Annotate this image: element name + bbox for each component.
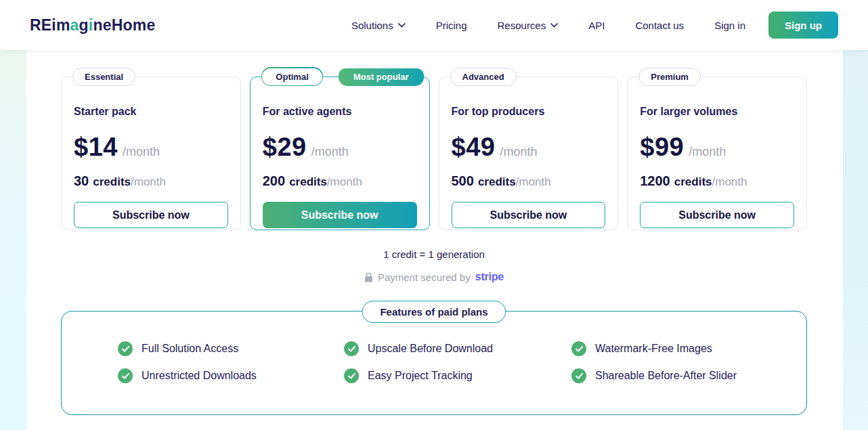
feature-label: Easy Project Tracking (368, 370, 473, 382)
plan-credits-amount: 500 (452, 173, 474, 189)
feature-item: Easy Project Tracking (344, 368, 571, 383)
plan-credits-label: credits (93, 175, 131, 189)
feature-label: Watermark-Free Images (595, 343, 712, 355)
subscribe-button[interactable]: Subscribe now (74, 202, 228, 228)
plan-price-row: $14 /month (74, 133, 228, 162)
check-icon (344, 341, 359, 356)
check-icon (118, 368, 133, 383)
logo-text: g (79, 16, 89, 34)
nav-sign-in[interactable]: Sign in (714, 20, 745, 31)
plan-description: For larger volumes (640, 106, 794, 118)
plan-credits-amount: 30 (74, 173, 89, 189)
plan-credits-amount: 1200 (640, 173, 670, 189)
plan-card-essential: Essential Starter pack $14 /month 30 cre… (61, 77, 241, 230)
main-nav: Solutions Pricing Resources API Contact … (351, 20, 745, 31)
plan-credits-period: /month (516, 175, 551, 189)
feature-label: Unrestricted Downloads (142, 370, 257, 382)
plan-credits-period: /month (131, 175, 166, 189)
logo-text: neHome (93, 16, 155, 34)
feature-item: Full Solution Access (118, 341, 344, 356)
nav-resources[interactable]: Resources (498, 20, 559, 31)
plan-credits-label: credits (674, 175, 712, 189)
plan-credits-period: /month (327, 175, 362, 189)
check-icon (571, 368, 586, 383)
plan-price-row: $49 /month (452, 133, 606, 162)
nav-api-label: API (588, 20, 605, 31)
feature-label: Full Solution Access (142, 343, 238, 355)
plan-badge: Premium (638, 68, 701, 86)
lock-icon (364, 272, 373, 282)
nav-solutions-label: Solutions (351, 20, 393, 31)
nav-resources-label: Resources (498, 20, 546, 31)
subscribe-button[interactable]: Subscribe now (640, 202, 794, 228)
nav-solutions[interactable]: Solutions (351, 20, 406, 31)
plan-credits-label: credits (289, 175, 327, 189)
check-icon (571, 341, 586, 356)
sign-up-button[interactable]: Sign up (768, 12, 838, 39)
plan-period: /month (311, 145, 349, 159)
logo[interactable]: REimagineHome (30, 16, 155, 35)
check-icon (344, 368, 359, 383)
plan-card-advanced: Advanced For top producers $49 /month 50… (439, 77, 619, 230)
plan-price: $14 (74, 133, 118, 162)
header: REimagineHome Solutions Pricing Resource… (0, 0, 868, 50)
feature-item: Upscale Before Download (344, 341, 571, 356)
plan-badge: Advanced (450, 68, 517, 86)
plan-price-row: $99 /month (640, 133, 794, 162)
nav-sign-in-label: Sign in (714, 20, 745, 31)
pricing-plans: Essential Starter pack $14 /month 30 cre… (61, 77, 807, 230)
plan-period: /month (500, 145, 537, 159)
plan-badge: Optimal (261, 67, 324, 86)
nav-api[interactable]: API (588, 20, 605, 31)
plan-description: For active agents (263, 106, 417, 118)
plan-period: /month (689, 145, 726, 159)
plan-credits-label: credits (478, 175, 516, 189)
plan-period: /month (123, 145, 160, 159)
plan-description: For top producers (452, 106, 606, 118)
subscribe-button[interactable]: Subscribe now (263, 202, 417, 228)
chevron-down-icon (550, 23, 558, 28)
feature-item: Shareable Before-After Slider (571, 368, 808, 383)
feature-item: Unrestricted Downloads (118, 368, 344, 383)
features-title-pill: Features of paid plans (362, 301, 506, 323)
chevron-down-icon (398, 23, 406, 28)
nav-pricing[interactable]: Pricing (436, 20, 467, 31)
plan-description: Starter pack (74, 106, 228, 118)
plan-credits-period: /month (712, 175, 747, 189)
nav-pricing-label: Pricing (436, 20, 467, 31)
plan-price: $49 (452, 133, 496, 162)
feature-label: Shareable Before-After Slider (595, 370, 737, 382)
subscribe-button[interactable]: Subscribe now (452, 202, 606, 228)
stripe-logo[interactable]: stripe (475, 271, 504, 283)
feature-item: Watermark-Free Images (571, 341, 808, 356)
credit-equivalence-note: 1 credit = 1 generation (0, 249, 868, 260)
nav-contact-us[interactable]: Contact us (635, 20, 684, 31)
left-background-band (0, 50, 26, 430)
plan-credits-row: 30 credits /month (74, 173, 228, 189)
features-section: Features of paid plans Full Solution Acc… (61, 311, 807, 415)
check-icon (118, 341, 133, 356)
plan-credits-row: 1200 credits /month (640, 173, 794, 189)
plan-price: $29 (263, 133, 307, 162)
right-background-band (843, 50, 868, 430)
payment-secured-label: Payment secured by (378, 272, 471, 283)
plan-card-optimal: Optimal Most popular For active agents $… (250, 77, 430, 230)
plan-price-row: $29 /month (263, 133, 417, 162)
most-popular-badge: Most popular (339, 68, 424, 86)
logo-text: REim (30, 16, 70, 34)
plan-credits-amount: 200 (263, 173, 285, 189)
plan-credits-row: 500 credits /month (452, 173, 606, 189)
plan-card-premium: Premium For larger volumes $99 /month 12… (627, 77, 807, 230)
nav-contact-us-label: Contact us (635, 20, 684, 31)
payment-secured-note: Payment secured by stripe (0, 271, 868, 283)
feature-label: Upscale Before Download (368, 343, 493, 355)
plan-badge: Essential (72, 68, 135, 86)
plan-credits-row: 200 credits /month (263, 173, 417, 189)
logo-accent-a: a (70, 16, 79, 34)
plan-price: $99 (640, 133, 684, 162)
